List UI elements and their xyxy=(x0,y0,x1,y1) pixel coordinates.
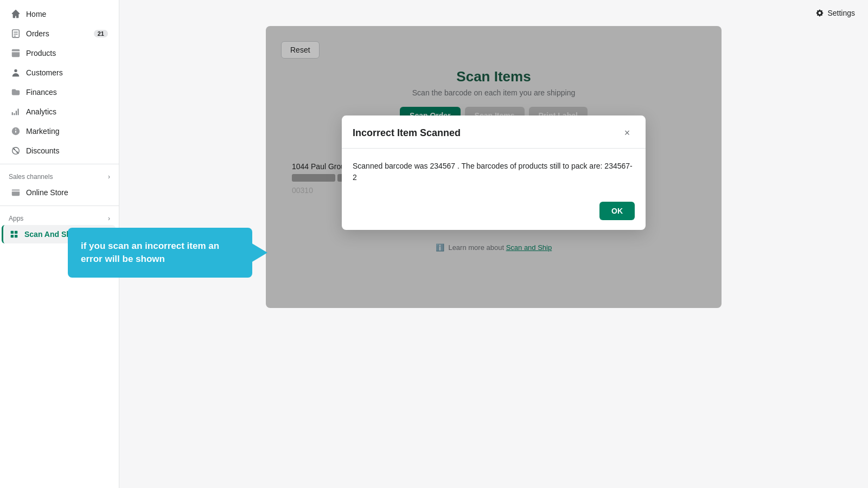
sidebar-item-label: Customers xyxy=(26,68,63,77)
marketing-icon xyxy=(11,126,21,136)
top-header: Settings xyxy=(119,0,868,26)
settings-label: Settings xyxy=(827,9,855,17)
divider-2 xyxy=(0,206,119,206)
apps-section[interactable]: Apps › xyxy=(0,209,119,224)
gear-icon xyxy=(815,9,824,17)
settings-link[interactable]: Settings xyxy=(815,9,855,17)
sidebar-item-label: Discounts xyxy=(26,146,59,155)
svg-rect-8 xyxy=(15,231,17,234)
discounts-icon xyxy=(11,146,21,156)
sidebar-item-label: Marketing xyxy=(26,127,59,136)
store-icon xyxy=(11,188,21,197)
sidebar-item-label: Finances xyxy=(26,88,57,97)
sales-channels-section[interactable]: Sales channels › xyxy=(0,168,119,183)
sidebar-item-analytics[interactable]: Analytics xyxy=(3,102,116,121)
sidebar-item-discounts[interactable]: Discounts xyxy=(3,142,116,160)
sidebar-item-customers[interactable]: Customers xyxy=(3,63,116,82)
modal-close-button[interactable]: × xyxy=(620,125,635,140)
tooltip-callout: if you scan an incorrect item an error w… xyxy=(68,228,252,278)
sales-channels-label: Sales channels xyxy=(9,173,53,181)
modal-footer: OK xyxy=(342,195,646,230)
sidebar-item-label: Products xyxy=(26,49,56,57)
sidebar-item-label: Orders xyxy=(26,29,49,38)
orders-badge: 21 xyxy=(94,30,108,37)
modal-body: Scanned barcode was 234567 . The barcode… xyxy=(342,149,646,195)
sidebar-item-label: Online Store xyxy=(26,188,68,197)
error-modal: Incorrect Item Scanned × Scanned barcode… xyxy=(342,115,646,230)
svg-rect-10 xyxy=(15,235,17,237)
sidebar-item-online-store[interactable]: Online Store xyxy=(3,183,116,202)
modal-message: Scanned barcode was 234567 . The barcode… xyxy=(353,160,635,183)
modal-header: Incorrect Item Scanned × xyxy=(342,115,646,149)
modal-ok-button[interactable]: OK xyxy=(599,202,635,220)
sidebar-item-products[interactable]: Products xyxy=(3,44,116,62)
analytics-icon xyxy=(11,107,21,117)
sidebar-item-marketing[interactable]: Marketing xyxy=(3,122,116,140)
home-icon xyxy=(11,9,21,19)
apps-label: Apps xyxy=(9,215,23,222)
modal-title: Incorrect Item Scanned xyxy=(353,127,461,139)
sidebar-item-home[interactable]: Home xyxy=(3,5,116,23)
sidebar-item-label: Analytics xyxy=(26,107,56,116)
finances-icon xyxy=(11,87,21,97)
svg-rect-9 xyxy=(11,235,14,237)
sidebar-item-finances[interactable]: Finances xyxy=(3,83,116,101)
chevron-right-icon-2: › xyxy=(108,215,110,222)
svg-rect-7 xyxy=(11,231,14,234)
divider-1 xyxy=(0,164,119,164)
scan-area: Reset Scan Items Scan the barcode on eac… xyxy=(266,26,722,308)
app-icon xyxy=(9,229,19,239)
chevron-right-icon: › xyxy=(108,173,110,181)
customers-icon xyxy=(11,68,21,78)
sidebar-item-label: Home xyxy=(26,10,46,18)
products-icon xyxy=(11,48,21,58)
tooltip-text: if you scan an incorrect item an error w… xyxy=(81,241,219,264)
sidebar-item-orders[interactable]: Orders 21 xyxy=(3,24,116,43)
orders-icon xyxy=(11,29,21,38)
